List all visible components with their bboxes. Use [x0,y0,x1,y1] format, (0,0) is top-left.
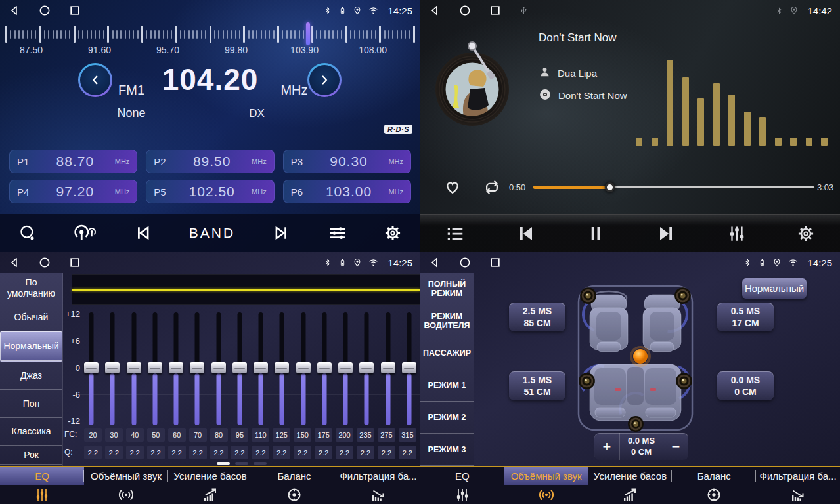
playlist-icon[interactable] [445,224,465,243]
eq-band-slider[interactable] [254,311,268,429]
recent-apps-icon[interactable] [68,4,81,17]
preset-button-p4[interactable]: P497.20MHz [9,180,137,203]
eq-band-slider[interactable] [317,311,332,429]
slider-handle[interactable] [359,362,374,373]
surround-preset-button[interactable]: Нормальный [742,278,807,299]
pause-icon[interactable] [586,224,606,243]
tab-balance[interactable]: Баланс [672,467,756,504]
slider-handle[interactable] [275,362,289,373]
slider-handle[interactable] [338,362,353,373]
preset-button-p1[interactable]: P188.70MHz [9,150,137,173]
seek-down-button[interactable] [78,63,112,97]
eq-band-slider[interactable] [169,311,183,429]
preset-button-p6[interactable]: P6103.00MHz [283,180,411,203]
slider-handle[interactable] [402,362,416,373]
tab-eq[interactable]: EQ [0,467,84,504]
eq-band-slider[interactable] [190,311,204,429]
rear-left-delay-button[interactable]: 1.5 MS 51 CM [509,371,565,400]
listening-mode-item[interactable]: РЕЖИМ ВОДИТЕЛЯ [420,305,474,337]
eq-preset-item[interactable]: Джаз [0,362,62,390]
eq-band-slider[interactable] [232,311,247,429]
band-button[interactable]: BAND [189,225,235,241]
slider-handle[interactable] [296,362,311,373]
slider-handle[interactable] [317,362,332,373]
slider-handle[interactable] [105,362,120,373]
back-icon[interactable] [428,4,441,17]
home-icon[interactable] [38,4,51,17]
listening-mode-item[interactable]: РЕЖИМ 2 [420,402,474,434]
recent-apps-icon[interactable] [68,256,81,269]
tab-bass-boost[interactable]: Усиление басов [588,467,673,504]
tune-sliders-icon[interactable] [328,223,347,243]
repeat-icon[interactable] [481,178,502,199]
preset-button-p2[interactable]: P289.50MHz [146,150,274,173]
slider-handle[interactable] [211,362,226,373]
front-left-delay-button[interactable]: 2.5 MS 85 CM [509,303,565,331]
back-icon[interactable] [8,4,21,17]
previous-icon[interactable] [133,223,152,243]
listening-mode-item[interactable]: РЕЖИМ 3 [420,434,474,466]
decrease-delay-button[interactable]: − [663,433,688,460]
next-icon[interactable] [272,223,292,243]
listening-mode-item[interactable]: ПАССАЖИР [420,337,474,369]
seek-stations-icon[interactable] [73,224,97,243]
home-icon[interactable] [38,256,51,269]
slider-handle[interactable] [381,362,395,373]
slider-handle[interactable] [254,362,268,373]
eq-band-slider[interactable] [381,311,395,429]
eq-preset-item[interactable]: Рок [0,446,62,465]
next-icon[interactable] [656,223,677,244]
back-icon[interactable] [428,256,441,269]
home-icon[interactable] [458,4,472,17]
tuner-pointer[interactable] [306,22,310,45]
scan-icon[interactable] [18,224,37,242]
tab-balance[interactable]: Баланс [252,467,336,504]
slider-handle[interactable] [190,362,204,373]
front-right-delay-button[interactable]: 0.5 MS 17 CM [717,303,774,331]
slider-handle[interactable] [232,362,247,373]
favorite-icon[interactable] [443,178,462,198]
progress-bar[interactable] [533,186,814,188]
slider-handle[interactable] [169,362,183,373]
eq-band-slider[interactable] [296,311,311,429]
eq-band-slider[interactable] [84,311,99,429]
eq-band-slider[interactable] [359,311,374,429]
preset-button-p5[interactable]: P5102.50MHz [146,180,274,203]
eq-band-slider[interactable] [105,311,120,429]
tab-surround-sound[interactable]: Объёмный звук [84,467,168,504]
settings-icon[interactable] [797,224,815,243]
rear-right-delay-button[interactable]: 0.0 MS 0 CM [717,371,774,400]
tab-surround-sound[interactable]: Объёмный звук [504,467,588,504]
car-cabin-diagram[interactable] [577,284,694,432]
eq-preset-item[interactable]: По умолчанию [0,273,62,303]
increase-delay-button[interactable]: + [594,433,619,460]
eq-preset-item[interactable]: Поп [0,390,62,418]
progress-thumb[interactable] [605,182,615,192]
equalizer-icon[interactable] [727,224,747,243]
tab-bass-boost[interactable]: Усиление басов [168,467,252,504]
tab-filter[interactable]: Фильтрация ба... [756,467,840,504]
slider-handle[interactable] [127,362,141,373]
recent-apps-icon[interactable] [489,4,502,17]
tuner-scale[interactable]: 87.5091.6095.7099.80103.90108.00 [5,22,415,55]
tab-filter[interactable]: Фильтрация ба... [336,467,420,504]
slider-handle[interactable] [148,362,162,373]
settings-icon[interactable] [384,224,402,242]
listening-mode-item[interactable]: ПОЛНЫЙ РЕЖИМ [420,273,474,305]
eq-band-slider[interactable] [211,311,226,429]
eq-preset-item[interactable]: Обычай [0,303,62,331]
eq-band-slider[interactable] [275,311,289,429]
eq-band-slider[interactable] [402,311,416,429]
recent-apps-icon[interactable] [489,256,502,269]
tab-eq[interactable]: EQ [420,467,504,504]
eq-preset-item[interactable]: Классика [0,418,62,446]
seek-up-button[interactable] [307,63,342,97]
eq-preset-item[interactable]: Нормальный [0,331,62,362]
slider-handle[interactable] [84,362,99,373]
eq-band-slider[interactable] [127,311,141,429]
back-icon[interactable] [8,256,21,269]
eq-band-slider[interactable] [148,311,162,429]
eq-band-slider[interactable] [338,311,353,429]
previous-icon[interactable] [515,223,536,244]
listening-mode-item[interactable]: РЕЖИМ 1 [420,369,474,402]
